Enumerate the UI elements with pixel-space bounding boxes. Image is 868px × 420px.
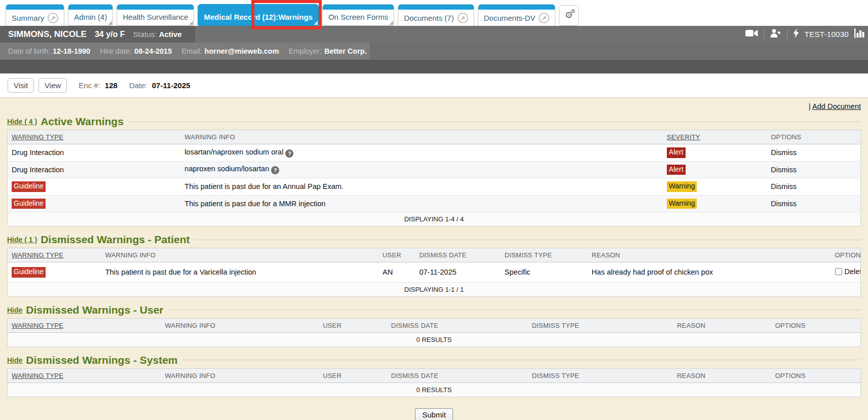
hire-date-label: Hire date:: [100, 47, 132, 55]
video-camera-icon[interactable]: [745, 29, 758, 39]
dismissed-patient-table: WARNING TYPE WARNING INFO USER DISMISS D…: [7, 248, 861, 297]
paging-status: DISPLAYING 1-4 / 4: [8, 212, 861, 226]
divider: [195, 240, 861, 240]
hire-date-value: 08-24-2015: [134, 47, 172, 55]
dob-value: 12-18-1990: [53, 47, 90, 55]
email-label: Email:: [181, 47, 202, 55]
hide-user-link[interactable]: Hide: [7, 306, 22, 314]
dismiss-link[interactable]: Dismiss: [771, 148, 797, 157]
hide-patient-link[interactable]: Hide ( 1 ): [7, 236, 37, 244]
column-header: WARNING INFO: [161, 368, 319, 383]
active-warnings-header: Hide ( 4 ) Active Warnings: [7, 114, 861, 129]
popout-icon[interactable]: ↗: [458, 13, 468, 23]
warning-type-badge: Guideline: [12, 181, 46, 192]
dismiss-link[interactable]: Dismiss: [771, 166, 797, 174]
column-header[interactable]: WARNING TYPE: [8, 248, 101, 262]
popout-icon[interactable]: ↗: [48, 13, 58, 23]
column-header[interactable]: SEVERITY: [663, 130, 767, 144]
add-person-icon[interactable]: [770, 29, 781, 40]
enc-number-value: 128: [105, 81, 118, 90]
tab-label: Medical Record (12):Warnings: [204, 13, 312, 21]
severity-badge: Alert: [667, 165, 686, 175]
dismissed-user-table: WARNING TYPE WARNING INFO USER DISMISS D…: [7, 318, 861, 347]
column-header: OPTIONS: [767, 130, 860, 144]
patient-age-sex: 34 y/o F: [95, 30, 125, 39]
add-document-link[interactable]: Add Document: [812, 102, 861, 110]
active-warnings-table: WARNING TYPE WARNING INFO SEVERITY OPTIO…: [7, 130, 861, 226]
warning-info: This patient is past due for an Annual P…: [184, 182, 344, 190]
tab-label: Documents-DV: [484, 14, 536, 22]
dismiss-date: 07-11-2025: [419, 268, 456, 276]
warning-info: This patient is past due for a Varicella…: [105, 268, 256, 276]
tab-cap: [398, 5, 473, 10]
warning-type: Drug Interaction: [12, 166, 64, 174]
hide-system-link[interactable]: Hide: [7, 356, 22, 364]
email-value: horner@mieweb.com: [205, 47, 279, 55]
delete-label: Delete: [845, 268, 861, 276]
column-header[interactable]: WARNING TYPE: [8, 368, 161, 383]
warning-info: naproxen sodium/losartan: [184, 165, 269, 173]
tab-admin[interactable]: Admin (4): [68, 4, 113, 26]
dropdown-corner-icon: [189, 21, 193, 25]
divider: [182, 360, 861, 360]
popout-icon[interactable]: ↗: [539, 13, 549, 23]
patient-demographics: Date of birth: 12-18-1990 Hire date: 08-…: [0, 43, 370, 60]
dismissed-system-table: WARNING TYPE WARNING INFO USER DISMISS D…: [7, 368, 861, 397]
dropdown-corner-icon: [389, 21, 393, 25]
tab-documents-dv[interactable]: Documents-DV ↗: [478, 4, 556, 28]
tab-cap: [68, 5, 112, 10]
column-header: REASON: [673, 318, 771, 332]
warning-type-badge: Guideline: [12, 199, 46, 209]
table-row: Drug Interaction losartan/naproxen sodiu…: [8, 144, 861, 162]
column-header: DISMISS TYPE: [528, 368, 673, 383]
separator: |: [809, 102, 811, 110]
table-row: Guideline This patient is past due for a…: [8, 195, 861, 212]
header-collapsed-bar: [0, 60, 868, 73]
column-header: WARNING INFO: [180, 130, 662, 144]
settings-gears-button[interactable]: ⚙ ⚙: [559, 5, 578, 26]
dismiss-link[interactable]: Dismiss: [771, 182, 797, 190]
lightning-bolt-icon[interactable]: [793, 28, 799, 40]
gears-icon: ⚙: [571, 8, 576, 15]
dismiss-link[interactable]: Dismiss: [771, 200, 797, 208]
delete-option[interactable]: Delete: [835, 268, 861, 276]
delete-checkbox[interactable]: [835, 268, 842, 275]
patient-name: SIMMONS, NICOLE: [8, 29, 87, 40]
paging-status: DISPLAYING 1-1 / 1: [8, 282, 861, 296]
tab-medical-record-warnings[interactable]: Medical Record (12):Warnings: [198, 4, 318, 26]
patient-header: SIMMONS, NICOLE 34 y/o F Status: Active …: [0, 26, 868, 73]
tab-on-screen-forms[interactable]: On Screen Forms: [322, 4, 394, 26]
section-title: Dismissed Warnings - System: [26, 354, 177, 366]
column-header: OPTIONS: [831, 248, 861, 262]
severity-badge: Alert: [667, 147, 686, 158]
tab-health-surveillance[interactable]: Health Surveillance: [117, 4, 194, 26]
tab-documents[interactable]: Documents (7) ↗: [398, 4, 474, 28]
enc-date-value: 07-11-2025: [152, 81, 191, 90]
section-title: Active Warnings: [41, 116, 124, 128]
employer-label: Employer:: [289, 47, 322, 55]
dob-label: Date of birth:: [8, 47, 50, 55]
help-icon[interactable]: ?: [285, 149, 293, 158]
column-header: OPTIONS: [771, 368, 861, 383]
dismiss-user: AN: [383, 268, 393, 276]
enc-number-label: Enc #:: [79, 81, 100, 90]
submit-button[interactable]: Submit: [415, 408, 453, 420]
column-header[interactable]: WARNING TYPE: [8, 130, 181, 144]
tab-label: Documents (7): [404, 14, 454, 22]
dismissed-system-header: Hide Dismissed Warnings - System: [7, 353, 861, 367]
warning-type-badge: Guideline: [12, 267, 46, 278]
tab-summary[interactable]: Summary ↗: [6, 4, 64, 28]
view-button[interactable]: View: [39, 78, 67, 93]
dropdown-corner-icon: [108, 21, 112, 25]
tab-bar: Summary ↗ Admin (4) Health Surveillance …: [0, 0, 868, 26]
status-value: Active: [159, 30, 182, 39]
tab-label: Health Surveillance: [123, 13, 188, 21]
help-icon[interactable]: ?: [271, 166, 279, 174]
hide-active-link[interactable]: Hide ( 4 ): [7, 118, 37, 126]
bar-chart-icon[interactable]: [854, 28, 865, 40]
column-header[interactable]: WARNING TYPE: [8, 318, 161, 332]
severity-badge: Warning: [667, 199, 697, 209]
visit-button[interactable]: Visit: [8, 78, 34, 93]
divider: [764, 30, 764, 39]
dismiss-type: Specific: [505, 268, 531, 276]
